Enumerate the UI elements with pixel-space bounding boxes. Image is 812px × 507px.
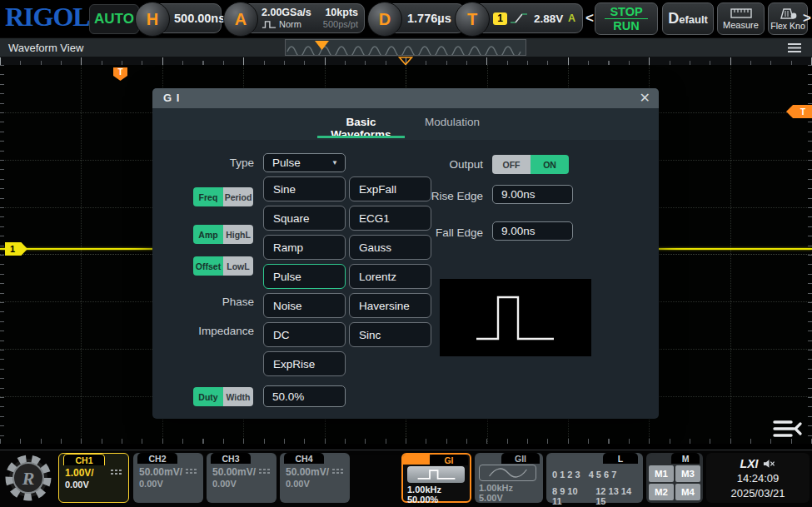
delay-knob[interactable]: D bbox=[367, 2, 402, 37]
waveform-haversine-button[interactable]: Haversine bbox=[349, 293, 431, 318]
sine-wave-icon bbox=[484, 466, 532, 480]
impedance-label: Impedance bbox=[182, 325, 254, 337]
freq-period-toggle[interactable]: Freq Period bbox=[193, 187, 253, 206]
type-dropdown[interactable]: Pulse ▼ bbox=[263, 153, 346, 172]
math-m4-button[interactable]: M4 bbox=[675, 484, 700, 500]
offset-lowl-toggle[interactable]: Offset LowL bbox=[193, 256, 253, 276]
close-icon[interactable]: ✕ bbox=[640, 90, 650, 106]
period-option[interactable]: Period bbox=[223, 187, 253, 206]
chevron-down-icon: ▼ bbox=[331, 159, 345, 167]
trigger-knob[interactable]: T bbox=[455, 2, 490, 37]
left-scale-ticks bbox=[0, 65, 4, 444]
sample-rate: 2.00GSa/s bbox=[262, 7, 311, 18]
coupling-icon bbox=[258, 468, 271, 475]
duty-input[interactable]: 50.0% bbox=[263, 385, 346, 407]
measure-button[interactable]: Measure bbox=[717, 2, 765, 35]
waveform-exprise-button[interactable]: ExpRise bbox=[263, 351, 346, 376]
clock-time: 14:24:09 bbox=[706, 472, 810, 485]
output-toggle[interactable]: OFF ON bbox=[492, 155, 569, 174]
math-m3-button[interactable]: M3 bbox=[675, 465, 700, 482]
ch3-tile[interactable]: CH3 50.00mV/ 0.00V bbox=[207, 453, 276, 503]
ch4-tile[interactable]: CH4 50.00mV/ 0.00V bbox=[280, 453, 350, 503]
duty-option[interactable]: Duty bbox=[193, 387, 223, 406]
output-label: Output bbox=[411, 158, 483, 171]
waveform-ramp-button[interactable]: Ramp bbox=[263, 235, 346, 260]
svg-text:R: R bbox=[22, 468, 35, 489]
gen2-amp: 5.00V bbox=[479, 493, 503, 503]
gen2-tile[interactable]: GII 1.00kHz 5.00V bbox=[475, 453, 543, 503]
waveform-sine-button[interactable]: Sine bbox=[263, 176, 346, 201]
offset-option[interactable]: Offset bbox=[193, 256, 223, 276]
rising-edge-icon bbox=[510, 12, 528, 25]
rigol-gear-logo-icon[interactable]: R bbox=[4, 454, 52, 502]
amp-option[interactable]: Amp bbox=[193, 225, 223, 244]
logic-tile[interactable]: L 0 1 2 3 4 5 6 7 8 9 10 11 12 13 14 15 bbox=[546, 453, 643, 503]
stop-label: STOP bbox=[610, 5, 642, 18]
bottom-scale-ticks bbox=[0, 439, 812, 444]
lowl-option[interactable]: LowL bbox=[223, 256, 253, 276]
chevron-left-icon[interactable]: < bbox=[585, 10, 594, 27]
pulse-icon bbox=[262, 20, 276, 29]
freq-option[interactable]: Freq bbox=[193, 187, 223, 206]
resolution: 500ps/pt bbox=[323, 18, 358, 30]
generator-dialog: G I ✕ Basic Waveforms Modulation Type Ph… bbox=[152, 88, 659, 419]
tab-modulation[interactable]: Modulation bbox=[419, 116, 486, 128]
coupling-icon bbox=[331, 468, 345, 475]
default-button[interactable]: DDefaultefault bbox=[662, 2, 714, 35]
ch3-offset: 0.00V bbox=[212, 479, 237, 489]
gen1-tile[interactable]: GI 1.00kHz 50.00% bbox=[401, 453, 471, 503]
dialog-titlebar[interactable]: G I ✕ bbox=[152, 88, 659, 108]
duty-width-toggle[interactable]: Duty Width bbox=[193, 387, 253, 406]
chevron-right-icon[interactable]: > bbox=[803, 10, 811, 27]
trigger-status-button[interactable]: AUTO bbox=[89, 4, 139, 34]
waveform-lorentz-button[interactable]: Lorentz bbox=[349, 264, 431, 289]
ch2-offset: 0.00V bbox=[139, 479, 163, 489]
ch4-scale: 50.00mV/ bbox=[286, 466, 329, 478]
run-label: RUN bbox=[613, 19, 639, 32]
width-option[interactable]: Width bbox=[223, 387, 253, 406]
acquire-panel[interactable]: 2.00GSa/s Norm 10kpts 500ps/pt bbox=[240, 3, 365, 33]
waveform-noise-button[interactable]: Noise bbox=[263, 293, 346, 318]
pulse-preview-icon bbox=[440, 279, 591, 356]
gen2-tab: GII bbox=[501, 453, 540, 464]
ch4-offset: 0.00V bbox=[286, 479, 310, 489]
output-on-option[interactable]: ON bbox=[531, 155, 569, 174]
amp-highl-toggle[interactable]: Amp HighL bbox=[193, 225, 253, 244]
collapse-menu-icon[interactable] bbox=[771, 418, 805, 440]
type-label: Type bbox=[182, 157, 254, 169]
system-status-tile[interactable]: LXI 14:24:09 2025/03/21 bbox=[706, 453, 810, 503]
type-value: Pulse bbox=[272, 157, 301, 169]
lxi-logo: LXI bbox=[740, 457, 759, 470]
speaker-muted-icon[interactable] bbox=[763, 459, 775, 469]
rise-edge-label: Rise Edge bbox=[411, 190, 483, 202]
ch2-tile[interactable]: CH2 50.00mV/ 0.00V bbox=[133, 453, 203, 503]
ch1-tile[interactable]: CH1 1.00V/ 0.00V bbox=[58, 453, 129, 503]
waveform-view-title: Waveform View bbox=[8, 42, 83, 54]
gen2-freq: 1.00kHz bbox=[479, 483, 513, 493]
ch1-offset: 0.00V bbox=[65, 480, 89, 490]
logic-bits-0-3: 0 1 2 3 bbox=[552, 470, 580, 480]
ch3-tab: CH3 bbox=[211, 453, 251, 464]
waveform-dc-button[interactable]: DC bbox=[263, 322, 346, 347]
waveform-sinc-button[interactable]: Sinc bbox=[349, 322, 431, 347]
dialog-tabbar: Basic Waveforms Modulation bbox=[152, 108, 659, 140]
waveform-preview bbox=[440, 279, 591, 356]
highl-option[interactable]: HighL bbox=[223, 225, 253, 244]
math-tile[interactable]: M M1 M3 M2 M4 bbox=[646, 453, 703, 503]
acquire-knob[interactable]: A bbox=[223, 2, 258, 37]
waveform-square-button[interactable]: Square bbox=[263, 206, 346, 231]
output-off-option[interactable]: OFF bbox=[492, 155, 531, 174]
dialog-title: G I bbox=[163, 92, 180, 104]
horizontal-knob[interactable]: H bbox=[135, 2, 170, 37]
waveform-pulse-button[interactable]: Pulse bbox=[263, 264, 346, 289]
math-m1-button[interactable]: M1 bbox=[649, 465, 674, 482]
stop-run-button[interactable]: STOP RUN bbox=[595, 2, 658, 35]
rise-edge-input[interactable]: 9.00ns bbox=[492, 185, 573, 204]
menu-icon[interactable] bbox=[787, 42, 802, 53]
gen1-tab: GI bbox=[430, 455, 468, 465]
math-m2-button[interactable]: M2 bbox=[649, 484, 674, 500]
active-tab-underline bbox=[317, 136, 405, 138]
flex-knob-button[interactable]: Flex Kno bbox=[768, 2, 808, 35]
waveform-overview-strip[interactable] bbox=[285, 39, 526, 56]
fall-edge-input[interactable]: 9.00ns bbox=[492, 221, 573, 241]
